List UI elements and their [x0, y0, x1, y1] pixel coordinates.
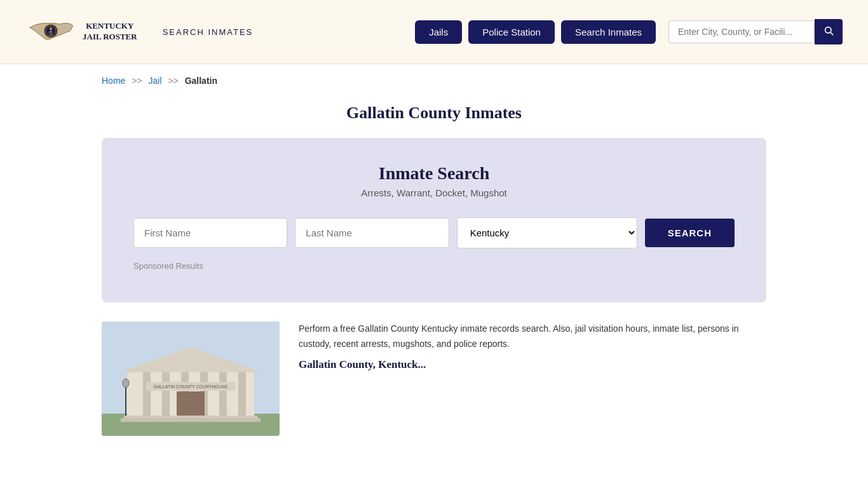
breadcrumb-jail[interactable]: Jail — [149, 76, 162, 86]
header-search-bar — [668, 19, 843, 44]
logo-text: KENTUCKY JAIL ROSTER — [83, 21, 137, 43]
header-search-input[interactable] — [668, 20, 815, 43]
svg-rect-15 — [162, 372, 170, 416]
breadcrumb-home[interactable]: Home — [102, 76, 125, 86]
svg-rect-14 — [143, 372, 151, 416]
svg-line-9 — [831, 32, 833, 35]
sponsored-label: Sponsored Results — [133, 261, 735, 271]
info-subtitle: Gallatin County, Kentuck... — [299, 358, 766, 371]
svg-point-25 — [123, 379, 129, 388]
search-button[interactable]: SEARCH — [645, 219, 735, 247]
courthouse-image: GALLATIN COUNTY COURTHOUSE — [102, 322, 280, 436]
site-header: KENTUCKY JAIL ROSTER SEARCH INMATES Jail… — [0, 0, 868, 64]
info-text: Perform a free Gallatin County Kentucky … — [299, 322, 766, 436]
info-description: Perform a free Gallatin County Kentucky … — [299, 322, 766, 352]
header-search-button[interactable] — [815, 19, 843, 44]
page-title: Gallatin County Inmates — [0, 97, 868, 138]
inmate-search-form: AlabamaAlaskaArizonaArkansasCaliforniaCo… — [133, 217, 735, 248]
last-name-input[interactable] — [295, 218, 449, 248]
state-select[interactable]: AlabamaAlaskaArizonaArkansasCaliforniaCo… — [457, 217, 637, 248]
search-inmates-button[interactable]: Search Inmates — [561, 20, 656, 44]
breadcrumb-current: Gallatin — [185, 76, 217, 86]
courthouse-illustration: GALLATIN COUNTY COURTHOUSE — [102, 322, 280, 436]
site-title: SEARCH INMATES — [163, 27, 254, 37]
breadcrumb: Home >> Jail >> Gallatin — [0, 64, 868, 97]
search-card-subtitle: Arrests, Warrant, Docket, Mugshot — [133, 187, 735, 198]
jails-button[interactable]: Jails — [415, 20, 462, 44]
svg-rect-20 — [177, 391, 205, 416]
search-card-title: Inmate Search — [133, 163, 735, 184]
breadcrumb-sep1: >> — [132, 76, 142, 86]
inmate-search-card: Inmate Search Arrests, Warrant, Docket, … — [102, 138, 766, 302]
first-name-input[interactable] — [133, 218, 287, 248]
svg-point-2 — [50, 27, 52, 30]
svg-rect-22 — [121, 418, 261, 422]
site-logo[interactable]: KENTUCKY JAIL ROSTER — [25, 13, 137, 51]
police-station-button[interactable]: Police Station — [468, 20, 555, 44]
nav-buttons: Jails Police Station Search Inmates — [415, 19, 843, 44]
svg-rect-18 — [219, 372, 227, 416]
kentucky-state-icon — [25, 13, 76, 51]
svg-rect-19 — [238, 372, 246, 416]
svg-text:GALLATIN COUNTY COURTHOUSE: GALLATIN COUNTY COURTHOUSE — [154, 384, 228, 389]
bottom-section: GALLATIN COUNTY COURTHOUSE Perform a fre… — [102, 322, 766, 461]
breadcrumb-sep2: >> — [168, 76, 178, 86]
search-icon — [824, 25, 834, 36]
